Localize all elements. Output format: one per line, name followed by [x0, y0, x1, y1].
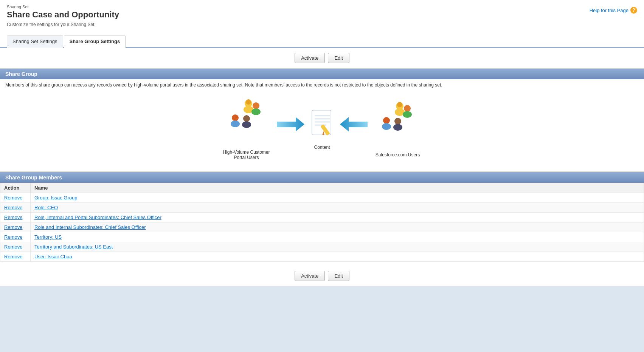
- bottom-button-bar: Activate Edit: [0, 266, 644, 286]
- table-row: RemoveUser: Issac Chua: [0, 252, 644, 262]
- diagram-area: High-Volume Customer Portal Users: [0, 91, 644, 171]
- svg-point-6: [231, 120, 240, 127]
- remove-link[interactable]: Remove: [4, 244, 22, 250]
- page-title: Share Case and Opportunity: [7, 10, 637, 20]
- svg-point-20: [404, 105, 411, 112]
- activate-button-top[interactable]: Activate: [295, 53, 325, 63]
- remove-link[interactable]: Remove: [4, 224, 22, 230]
- page-header: Sharing Set Share Case and Opportunity C…: [0, 0, 644, 31]
- table-row: RemoveRole: CEO: [0, 203, 644, 213]
- svg-point-24: [394, 118, 401, 125]
- share-group-members-header: Share Group Members: [0, 172, 644, 183]
- column-header-action: Action: [0, 183, 31, 193]
- svg-point-19: [397, 102, 402, 107]
- remove-link[interactable]: Remove: [4, 205, 22, 210]
- member-name-link[interactable]: Role and Internal Subordinates: Chief Sa…: [34, 224, 146, 230]
- portal-users-diagram: [222, 98, 271, 147]
- share-group-members-section: Share Group Members Action Name RemoveGr…: [0, 172, 644, 262]
- page-wrapper: Sharing Set Share Case and Opportunity C…: [0, 0, 644, 286]
- remove-link[interactable]: Remove: [4, 195, 22, 201]
- page-subtitle: Customize the settings for your Sharing …: [7, 22, 637, 27]
- content-area: Activate Edit Share Group Members of thi…: [0, 48, 644, 286]
- diagram-left-label: High-Volume Customer Portal Users: [222, 150, 271, 160]
- tab-share-group-settings[interactable]: Share Group Settings: [64, 36, 126, 48]
- help-icon: ?: [630, 7, 637, 14]
- diagram-center-label: Content: [314, 145, 330, 150]
- svg-point-5: [232, 114, 239, 121]
- tab-bar: Sharing Set Settings Share Group Setting…: [0, 35, 644, 48]
- activate-button-bottom[interactable]: Activate: [295, 271, 325, 281]
- share-group-description: Members of this share group can access a…: [0, 79, 644, 91]
- help-link-text: Help for this Page: [590, 8, 628, 13]
- svg-point-8: [242, 121, 251, 128]
- member-name-link[interactable]: User: Issac Chua: [34, 254, 72, 259]
- tab-sharing-set-settings[interactable]: Sharing Set Settings: [7, 36, 63, 48]
- content-diagram-icon: [309, 108, 335, 142]
- arrow-right-container: [271, 114, 309, 135]
- svg-point-7: [243, 115, 250, 122]
- table-row: RemoveGroup: Issac Group: [0, 193, 644, 203]
- member-name-link[interactable]: Role: CEO: [34, 205, 58, 210]
- arrow-right-icon: [275, 114, 305, 135]
- svg-point-25: [393, 124, 402, 131]
- diagram-center-group: Content: [309, 108, 335, 150]
- breadcrumb-label: Sharing Set: [7, 5, 637, 9]
- svg-point-3: [253, 102, 259, 109]
- table-row: RemoveTerritory: US: [0, 232, 644, 242]
- edit-button-top[interactable]: Edit: [328, 53, 349, 63]
- arrow-left-container: [335, 114, 373, 135]
- salesforce-users-diagram: [373, 101, 422, 150]
- remove-link[interactable]: Remove: [4, 234, 22, 240]
- column-header-name: Name: [31, 183, 644, 193]
- member-name-link[interactable]: Territory: US: [34, 234, 62, 240]
- table-row: RemoveTerritory and Subordinates: US Eas…: [0, 242, 644, 252]
- share-group-header: Share Group: [0, 69, 644, 79]
- table-row: RemoveRole and Internal Subordinates: Ch…: [0, 222, 644, 232]
- svg-point-23: [382, 123, 391, 130]
- remove-link[interactable]: Remove: [4, 254, 22, 259]
- table-row: RemoveRole, Internal and Portal Subordin…: [0, 213, 644, 222]
- arrow-left-icon: [339, 114, 369, 135]
- members-table: Action Name RemoveGroup: Issac GroupRemo…: [0, 183, 644, 262]
- remove-link[interactable]: Remove: [4, 215, 22, 220]
- help-link[interactable]: Help for this Page ?: [590, 7, 637, 14]
- member-name-link[interactable]: Role, Internal and Portal Subordinates: …: [34, 215, 161, 220]
- share-group-section: Share Group Members of this share group …: [0, 68, 644, 172]
- svg-point-4: [251, 108, 261, 115]
- diagram-left-group: High-Volume Customer Portal Users: [222, 98, 271, 160]
- member-name-link[interactable]: Group: Issac Group: [34, 195, 77, 201]
- diagram-right-group: Salesforce.com Users: [373, 101, 422, 157]
- svg-point-21: [403, 111, 412, 118]
- member-name-link[interactable]: Territory and Subordinates: US East: [34, 244, 113, 250]
- top-button-bar: Activate Edit: [0, 48, 644, 68]
- edit-button-bottom[interactable]: Edit: [328, 271, 349, 281]
- diagram-right-label: Salesforce.com Users: [376, 152, 420, 157]
- svg-point-22: [383, 117, 390, 124]
- svg-point-2: [246, 99, 251, 105]
